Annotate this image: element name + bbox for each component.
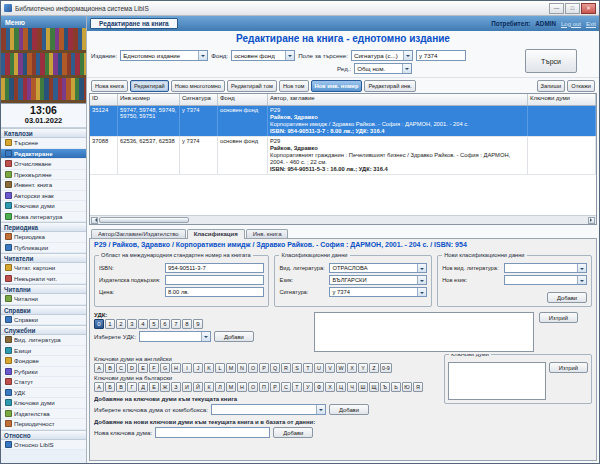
en-letter-button[interactable]: S — [292, 363, 302, 373]
en-letter-button[interactable]: Z — [369, 363, 379, 373]
tab[interactable]: Класификация — [187, 229, 245, 239]
add-keyword-button[interactable]: Добави — [329, 404, 369, 415]
grid-column-header[interactable]: Ключови думи — [528, 94, 596, 105]
bg-letter-button[interactable]: Ч — [347, 382, 357, 392]
sidebar-item-writeoff[interactable]: Отчисляване — [1, 159, 86, 170]
bg-letter-button[interactable]: П — [259, 382, 269, 392]
new-keyword-input[interactable] — [155, 427, 270, 438]
scroll-thumb[interactable] — [99, 217, 189, 223]
sidebar-item-funds[interactable]: Фондове — [1, 356, 86, 367]
sidebar-item-inventory-book[interactable]: Инвент. книга — [1, 180, 86, 191]
grid-column-header[interactable]: Автор, заглавие — [268, 94, 528, 105]
udk-digit-button[interactable]: 2 — [116, 319, 126, 329]
udk-digit-button[interactable]: 5 — [149, 319, 159, 329]
page-header-tab[interactable]: Редактиране на книга — [90, 18, 178, 29]
bg-letter-button[interactable]: И — [182, 382, 192, 392]
en-letter-button[interactable]: T — [303, 363, 313, 373]
sidebar-item-publishers[interactable]: Издателства — [1, 409, 86, 420]
bg-letter-button[interactable]: Е — [149, 382, 159, 392]
bg-letter-button[interactable]: Ж — [160, 382, 170, 392]
add-classification-button[interactable]: Добави — [547, 292, 587, 303]
sidebar-item-keywords[interactable]: Ключови думи — [1, 201, 86, 212]
en-letter-button[interactable]: K — [204, 363, 214, 373]
toolbar-button[interactable]: Редактирай инв. — [364, 80, 415, 92]
new-keyword-add-button[interactable]: Добави — [273, 427, 313, 438]
bg-letter-button[interactable]: Л — [215, 382, 225, 392]
bg-letter-button[interactable]: У — [303, 382, 313, 392]
en-letter-button[interactable]: U — [314, 363, 324, 373]
udk-digit-button[interactable]: 7 — [171, 319, 181, 329]
en-letter-button[interactable]: C — [116, 363, 126, 373]
en-letter-button[interactable]: X — [347, 363, 357, 373]
sidebar-item-reading-room[interactable]: Читални — [1, 294, 86, 305]
bg-letter-button[interactable]: Й — [193, 382, 203, 392]
bg-letter-button[interactable]: Т — [292, 382, 302, 392]
udk-digit-button[interactable]: 1 — [105, 319, 115, 329]
en-letter-button[interactable]: 0-9 — [380, 363, 392, 373]
close-button[interactable]: ✕ — [581, 3, 596, 14]
sidebar-item-keywords[interactable]: Ключови думи — [1, 398, 86, 409]
bg-letter-button[interactable]: А — [94, 382, 104, 392]
en-letter-button[interactable]: O — [248, 363, 258, 373]
bg-letter-button[interactable]: С — [281, 382, 291, 392]
toolbar-button[interactable]: Нова книга — [91, 80, 128, 92]
tab[interactable]: Автор/Заглавие/Издателство — [91, 229, 186, 238]
sidebar-item-reports[interactable]: Справки — [1, 315, 86, 326]
literature-type-select[interactable]: ОТРАСЛОВА — [329, 263, 427, 273]
sidebar-item-publications[interactable]: Публикации — [1, 243, 86, 254]
new-language-select[interactable] — [504, 275, 587, 285]
search-input[interactable] — [416, 50, 466, 61]
grid-column-header[interactable]: ID — [90, 94, 118, 105]
en-letter-button[interactable]: J — [193, 363, 203, 373]
udk-digit-button[interactable]: 0 — [94, 319, 104, 329]
en-letter-button[interactable]: B — [105, 363, 115, 373]
sidebar-item-languages[interactable]: Езици — [1, 346, 86, 357]
bg-letter-button[interactable]: Р — [270, 382, 280, 392]
exit-link[interactable]: Exit — [586, 21, 596, 27]
isbn-field[interactable]: 954-90511-3-7 — [165, 263, 264, 273]
en-letter-button[interactable]: L — [215, 363, 225, 373]
en-letter-button[interactable]: A — [94, 363, 104, 373]
language-select[interactable]: БЪЛГАРСКИ — [329, 275, 427, 285]
sidebar-item-edit[interactable]: Редактиране — [1, 149, 86, 160]
sidebar-item-literature-type[interactable]: Вид. литература — [1, 335, 86, 346]
bg-letter-button[interactable]: Г — [127, 382, 137, 392]
keywords-list[interactable] — [448, 362, 546, 400]
order-select[interactable]: Общ ном. — [354, 63, 412, 74]
price-field[interactable]: 8.00 лв. — [165, 287, 264, 297]
udk-digit-button[interactable]: 3 — [127, 319, 137, 329]
en-letter-button[interactable]: D — [127, 363, 137, 373]
sidebar-item-reader-cards[interactable]: Читат. картони — [1, 263, 86, 274]
toolbar-button[interactable]: Запиши — [537, 80, 566, 92]
bg-letter-button[interactable]: Ф — [314, 382, 324, 392]
en-letter-button[interactable]: E — [138, 363, 148, 373]
bg-letter-button[interactable]: Б — [105, 382, 115, 392]
toolbar-button[interactable]: Откажи — [567, 80, 595, 92]
grid-column-header[interactable]: Фонд — [218, 94, 268, 105]
bg-letter-button[interactable]: К — [204, 382, 214, 392]
search-button[interactable]: Търси — [525, 49, 577, 73]
bg-letter-button[interactable]: В — [116, 382, 126, 392]
table-row[interactable]: 3512459747, 59748, 59749, 59750, 59751у … — [90, 106, 596, 137]
keyword-select[interactable] — [211, 404, 326, 415]
table-row[interactable]: 3708862536, 62537, 62538у 7374основен фо… — [90, 137, 596, 175]
keywords-delete-button[interactable]: Изтрий — [549, 362, 588, 373]
udk-digit-button[interactable]: 4 — [138, 319, 148, 329]
en-letter-button[interactable]: V — [325, 363, 335, 373]
grid-column-header[interactable]: Сигнатура — [180, 94, 218, 105]
edition-select[interactable]: Еднотомно издание — [120, 50, 208, 61]
minimize-button[interactable]: — — [549, 3, 564, 14]
tab[interactable]: Инв. книга — [246, 229, 289, 238]
bg-letter-button[interactable]: Ш — [358, 382, 368, 392]
sidebar-item-about[interactable]: Относно LibIS — [1, 440, 86, 451]
fund-select[interactable]: основен фонд — [231, 50, 295, 61]
sidebar-item-status[interactable]: Статут — [1, 377, 86, 388]
bg-letter-button[interactable]: О — [248, 382, 258, 392]
en-letter-button[interactable]: F — [149, 363, 159, 373]
en-letter-button[interactable]: W — [336, 363, 346, 373]
udk-select[interactable] — [139, 331, 211, 342]
sidebar-item-search[interactable]: Търсене — [1, 138, 86, 149]
horizontal-scrollbar[interactable] — [90, 215, 596, 224]
bg-letter-button[interactable]: Ю — [402, 382, 412, 392]
bg-letter-button[interactable]: Я — [413, 382, 423, 392]
